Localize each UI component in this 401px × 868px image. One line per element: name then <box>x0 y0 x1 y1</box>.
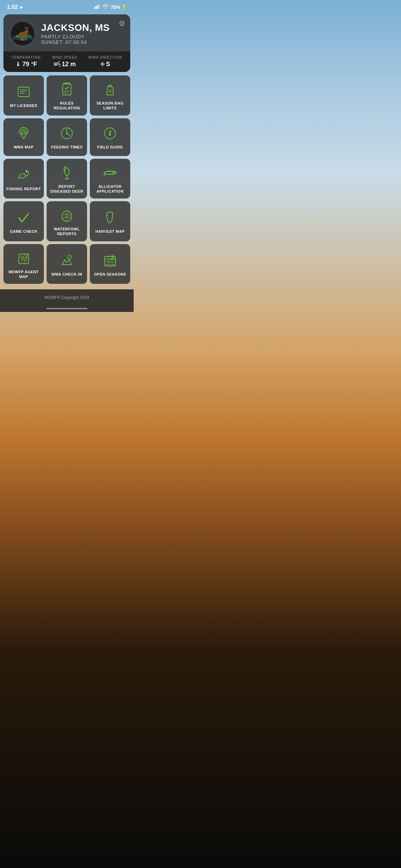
wind-speed-stat: WIND SPEED 12 m <box>52 56 77 68</box>
mdwfp-agent-map-label: MDWFP AGENT MAP <box>6 269 41 279</box>
field-guide-label: FIELD GUIDE <box>97 145 123 149</box>
waterfowl-reports-icon <box>59 207 74 223</box>
svg-text:i: i <box>109 130 111 137</box>
temperature-label: TEMPERATURE <box>12 56 41 59</box>
wma-check-in-icon <box>59 253 74 268</box>
svg-rect-2 <box>97 5 98 9</box>
my-licenses-label: MY LICENSES <box>10 103 37 108</box>
harvest-map-button[interactable]: HARVEST MAP <box>90 201 130 241</box>
licenses-icon <box>16 84 31 100</box>
wifi-icon <box>102 4 109 10</box>
svg-rect-0 <box>94 7 95 9</box>
svg-point-7 <box>25 30 28 34</box>
waterfowl-reports-label: WATERFOWL REPORTS <box>49 227 84 237</box>
open-seasons-button[interactable]: OPEN SEASONS <box>90 244 130 284</box>
report-diseased-deer-label: REPORT DISEASED DEER <box>49 184 84 194</box>
svg-point-28 <box>26 171 27 172</box>
wind-speed-label: WIND SPEED <box>52 56 77 59</box>
wind-speed-value: 12 m <box>53 61 76 68</box>
battery-icon: 78% 🔋 <box>111 4 127 10</box>
field-guide-icon: i <box>102 125 118 141</box>
copyright-text: MDWFP Copyright 2024 <box>45 295 89 300</box>
weather-stats-bar: TEMPERATURE 🌡 79 °F WIND SPEED <box>3 51 130 72</box>
report-diseased-deer-button[interactable]: REPORT DISEASED DEER <box>47 159 87 199</box>
open-seasons-label: OPEN SEASONS <box>94 272 126 277</box>
svg-rect-34 <box>19 254 28 264</box>
home-indicator-area <box>0 305 134 312</box>
compass-icon: ✛ <box>100 61 105 68</box>
my-licenses-button[interactable]: MY LICENSES <box>3 75 44 116</box>
temperature-stat: TEMPERATURE 🌡 79 °F <box>12 56 41 68</box>
wind-direction-stat: WIND DIRECTION ✛ S <box>88 56 122 68</box>
rules-icon <box>59 82 74 97</box>
field-guide-button[interactable]: i FIELD GUIDE <box>90 118 130 156</box>
bag-limits-icon <box>102 82 118 97</box>
location-icon: ➤ <box>19 5 23 10</box>
fishing-report-button[interactable]: FISHING REPORT <box>3 159 44 199</box>
rules-regulation-label: RULES REGULATION <box>49 101 84 111</box>
wind-direction-value: ✛ S <box>100 61 110 68</box>
report-diseased-deer-icon <box>59 165 74 181</box>
svg-point-35 <box>21 256 24 259</box>
sunset-label: SUNSET: <box>41 39 64 45</box>
wma-check-in-label: WMA CHECK-IN <box>51 272 82 277</box>
alligator-application-label: ALLIGATOR APPLICATION <box>93 184 127 194</box>
mdwfp-agent-map-icon <box>16 250 31 266</box>
city-name: JACKSON, MS <box>41 22 125 33</box>
waterfowl-reports-button[interactable]: WATERFOWL REPORTS <box>47 201 87 241</box>
status-time-area: 1:02 ➤ <box>7 4 23 10</box>
svg-rect-1 <box>96 6 97 9</box>
header-text-area: JACKSON, MS PARTLY CLOUDY SUNSET: 07:30:… <box>41 22 125 45</box>
temperature-value: 🌡 79 °F <box>15 61 37 68</box>
season-bag-limits-label: SEASON BAG LIMITS <box>93 101 127 111</box>
rules-regulation-button[interactable]: RULES REGULATION <box>47 75 87 116</box>
footer: MDWFP Copyright 2024 <box>0 289 134 305</box>
svg-rect-3 <box>99 4 100 9</box>
sunset-time-value: 07:30:54 <box>65 39 87 45</box>
season-bag-limits-button[interactable]: SEASON BAG LIMITS <box>90 75 130 116</box>
game-check-label: GAME CHECK <box>10 229 37 234</box>
wind-direction-label: WIND DIRECTION <box>88 56 122 59</box>
main-grid: MY LICENSES RULES REGULATION <box>0 72 134 284</box>
settings-icon[interactable]: ⚙ <box>119 19 125 28</box>
status-bar: 1:02 ➤ 78% 🔋 <box>0 0 134 13</box>
header-card: JACKSON, MS PARTLY CLOUDY SUNSET: 07:30:… <box>3 14 130 72</box>
alligator-application-button[interactable]: ALLIGATOR APPLICATION <box>90 159 130 199</box>
wma-map-icon <box>16 125 31 141</box>
harvest-map-icon <box>102 210 118 226</box>
game-check-button[interactable]: GAME CHECK <box>3 201 44 241</box>
wma-check-in-button[interactable]: WMA CHECK-IN <box>47 244 87 284</box>
fishing-report-icon <box>16 167 31 183</box>
agency-logo <box>9 20 36 47</box>
svg-point-29 <box>113 172 114 173</box>
weather-condition: PARTLY CLOUDY <box>41 34 125 39</box>
mdwfp-agent-map-button[interactable]: MDWFP AGENT MAP <box>3 244 44 284</box>
thermometer-icon: 🌡 <box>15 61 21 68</box>
feeding-times-label: FEEDING TIMES <box>51 145 83 149</box>
home-bar <box>46 308 87 309</box>
time-display: 1:02 <box>7 4 18 10</box>
harvest-map-label: HARVEST MAP <box>95 229 124 234</box>
wind-icon <box>53 61 60 68</box>
svg-rect-12 <box>18 87 29 97</box>
wma-map-button[interactable]: WMA MAP <box>3 118 44 156</box>
status-icons-area: 78% 🔋 <box>94 4 127 10</box>
svg-point-25 <box>66 133 68 134</box>
feeding-times-icon <box>59 125 74 141</box>
open-seasons-icon <box>102 253 118 268</box>
svg-rect-16 <box>63 84 71 95</box>
fishing-report-label: FISHING REPORT <box>7 186 41 191</box>
alligator-application-icon <box>102 165 118 181</box>
game-check-icon <box>16 210 31 226</box>
header-top: JACKSON, MS PARTLY CLOUDY SUNSET: 07:30:… <box>3 14 130 51</box>
wma-map-label: WMA MAP <box>14 145 34 149</box>
sunset-display: SUNSET: 07:30:54 <box>41 39 125 45</box>
feeding-times-button[interactable]: FEEDING TIMES <box>47 118 87 156</box>
signal-icon <box>94 4 100 10</box>
